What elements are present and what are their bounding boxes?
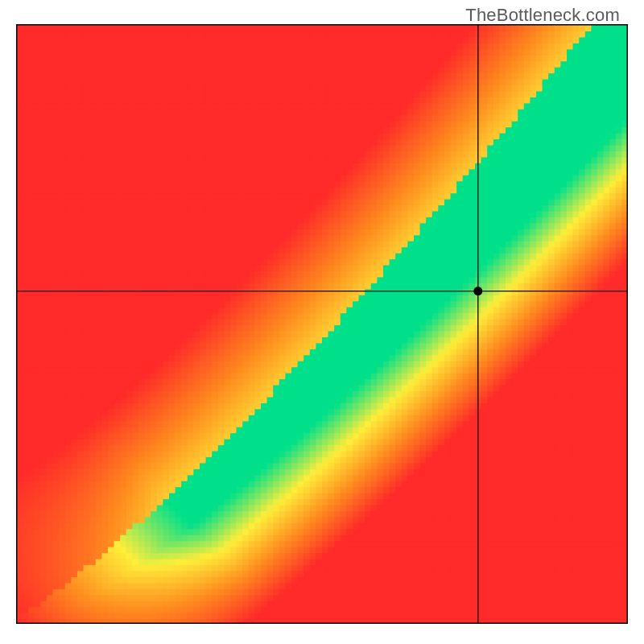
watermark-text: TheBottleneck.com — [465, 5, 620, 26]
crosshair-overlay — [16, 24, 628, 624]
chart-container: TheBottleneck.com — [0, 0, 644, 644]
